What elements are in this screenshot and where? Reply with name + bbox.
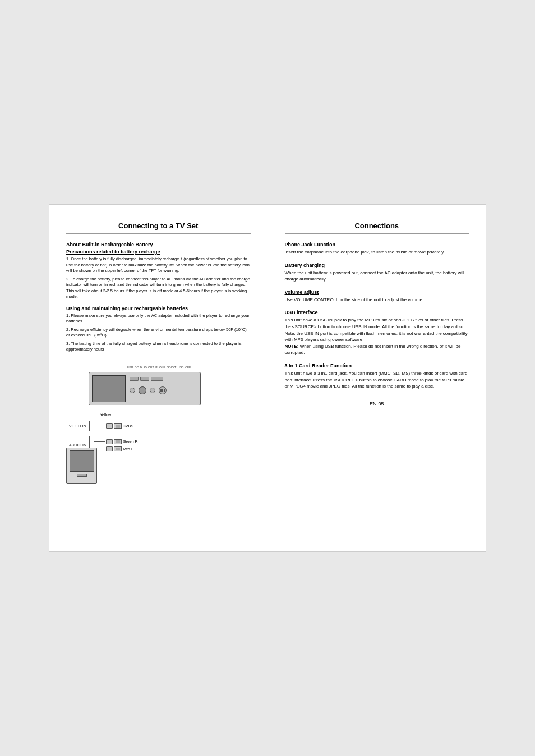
green-r-connector: Green R xyxy=(94,439,138,444)
volume-text: Use VOLUME CONTROLL in the side of the u… xyxy=(285,297,469,303)
usb-note-label: NOTE: xyxy=(285,344,299,349)
l-label: L xyxy=(131,447,133,451)
battery-charging-heading: Battery charging xyxy=(285,262,469,268)
card-reader-section: 3 In 1 Card Reader Function This unit ha… xyxy=(285,363,469,390)
red-label: Red xyxy=(123,447,130,451)
precautions-heading: Precautions related to battery recharge xyxy=(66,249,251,255)
cvbs-connector: CVBS xyxy=(94,423,133,429)
page-wrapper: Connecting to a TV Set About Built-in Re… xyxy=(49,204,486,552)
using-heading: Using and maintaining your rechargeable … xyxy=(66,306,251,311)
video-in-label: VIDEO IN xyxy=(69,424,86,428)
audio-connectors: Green R Red L xyxy=(94,439,138,451)
player-body: USB DC IN AV OUT PHONE SDIO/T USB OFF xyxy=(89,372,201,405)
audio-in-label: AUDIO IN xyxy=(69,443,86,447)
player-controls xyxy=(130,377,163,381)
volume-heading: Volume adjust xyxy=(285,289,469,295)
right-section-title: Connections xyxy=(285,222,469,234)
tv-device xyxy=(66,448,97,484)
r-label: R xyxy=(135,440,138,444)
usb-note-text: When using USB function. Please do not i… xyxy=(285,344,461,356)
usb-heading: USB interface xyxy=(285,310,469,315)
using-3-text: 3. The lasting time of the fully charged… xyxy=(66,341,251,353)
cvbs-label: CVBS xyxy=(123,424,133,428)
ctrl-rect-2 xyxy=(140,377,149,381)
btn-circle-2 xyxy=(150,388,155,393)
video-connectors: CVBS xyxy=(94,423,133,429)
port-labels-row: USB DC IN AV OUT PHONE SDIO/T USB OFF xyxy=(127,366,191,369)
ctrl-rect-3 xyxy=(151,377,163,381)
player-buttons xyxy=(130,386,167,394)
card-reader-heading: 3 In 1 Card Reader Function xyxy=(285,363,469,368)
card-reader-text: This unit have a 3 in1 card jack. You ca… xyxy=(285,370,469,390)
red-l-connector: Red L xyxy=(94,446,138,451)
phone-jack-section: Phone Jack Function Insert the earphone … xyxy=(285,242,469,256)
usb-text-1: This unit have a USB IN jack to play the… xyxy=(285,317,469,343)
battery-charging-text: When the unit battery is powered out, co… xyxy=(285,270,469,283)
tv-stand xyxy=(77,474,87,477)
using-2-text: 2. Recharge efficiency will degrade when… xyxy=(66,327,251,339)
right-column: Connections Phone Jack Function Insert t… xyxy=(279,222,469,484)
btn-circle-1 xyxy=(130,388,135,393)
precaution-2-text: 2. To charge the battery, please connect… xyxy=(66,276,251,300)
btn-circle-large xyxy=(139,386,146,394)
footer: EN-05 xyxy=(285,401,469,407)
phone-jack-heading: Phone Jack Function xyxy=(285,242,469,247)
two-column-layout: Connecting to a TV Set About Built-in Re… xyxy=(66,222,469,484)
ctrl-rect-1 xyxy=(130,377,139,381)
device-diagram: USB DC IN AV OUT PHONE SDIO/T USB OFF Ye… xyxy=(66,361,212,484)
green-label: Green xyxy=(123,440,133,444)
precaution-1-text: 1. Once the battery is fully discharged,… xyxy=(66,256,251,274)
left-column: Connecting to a TV Set About Built-in Re… xyxy=(66,222,262,484)
btn-circle-3 xyxy=(159,386,167,394)
about-heading: About Built-in Rechargeable Battery xyxy=(66,242,251,247)
player-screen xyxy=(92,375,126,402)
phone-jack-text: Insert the earphone into the earphone ja… xyxy=(285,249,469,256)
tv-screen xyxy=(70,450,94,472)
video-in-row: VIDEO IN CVBS xyxy=(69,421,133,431)
usb-note: NOTE: When using USB function. Please do… xyxy=(285,343,469,356)
left-section-title: Connecting to a TV Set xyxy=(66,222,251,234)
usb-section: USB interface This unit have a USB IN ja… xyxy=(285,310,469,356)
volume-section: Volume adjust Use VOLUME CONTROLL in the… xyxy=(285,289,469,303)
battery-charging-section: Battery charging When the unit battery i… xyxy=(285,262,469,283)
yellow-label: Yellow xyxy=(100,411,111,417)
using-1-text: 1. Please make sure you always use only … xyxy=(66,313,251,325)
